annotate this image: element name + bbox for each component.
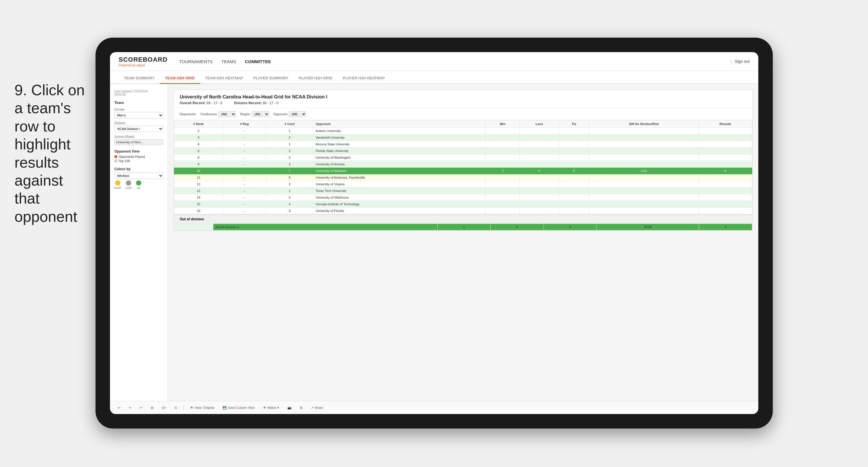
tab-team-h2h-grid[interactable]: TEAM H2H GRID [160,73,200,84]
table-cell [520,181,559,187]
view-original-btn[interactable]: 👁 View: Original [188,405,216,411]
tab-player-h2h-grid[interactable]: PLAYER H2H GRID [293,73,338,84]
table-row[interactable]: 12-3University of Virginia [174,181,752,187]
table-cell [589,187,699,194]
undo2-btn[interactable]: ↩ [138,405,145,411]
h2h-table: # Rank # Reg # Conf Opponent Win Loss Ti… [174,120,752,214]
radio-opponents-played[interactable]: Opponents Played [114,155,163,158]
table-cell: 14 [174,194,223,201]
table-cell: 11 [174,174,223,181]
legend-circle-level [126,180,131,185]
table-cell: Georgia Institute of Technology [313,201,486,208]
col-loss: Loss [520,120,559,128]
table-row[interactable]: 15-4Georgia Institute of Technology [174,201,752,208]
table-row[interactable]: 6-2Florida State University [174,148,752,154]
table-cell: - [223,141,266,148]
colour-by-title: Colour by [114,167,163,171]
table-cell [520,208,559,214]
table-cell [520,161,559,168]
tab-player-h2h-heatmap[interactable]: PLAYER H2H HEATMAP [338,73,390,84]
share-btn[interactable]: ↗ Share [309,405,325,411]
opponent-select[interactable]: (All) [289,111,306,117]
nav-committee[interactable]: COMMITTEE [245,58,271,65]
copy-btn[interactable]: ⊞ [149,405,155,411]
table-cell [486,128,520,134]
table-cell [699,174,752,181]
grid-title: University of North Carolina Head-to-Hea… [180,94,746,99]
table-row[interactable]: 8-2University of Washington [174,154,752,161]
watch-btn[interactable]: 👁 Watch ▾ [261,405,281,411]
tab-team-summary[interactable]: TEAM SUMMARY [119,73,160,84]
table-row[interactable]: 9-3University of Arizona [174,161,752,168]
table-cell [589,134,699,141]
clipboard-btn[interactable]: ⊡+ [160,405,168,411]
tablet-device: SCOREBOARD Powered by clippd TOURNAMENTS… [95,38,773,429]
out-div-empty [174,224,213,230]
redo-btn[interactable]: ↪ [127,405,133,411]
table-cell: 8 [699,168,752,174]
sidebar: Last Updated: 27/03/2024 16:55:38 Team G… [110,84,168,401]
col-opponent: Opponent [313,120,486,128]
table-cell [589,194,699,201]
clock-btn[interactable]: ⊙ [173,405,179,411]
table-cell: 1 [266,128,313,134]
table-cell [486,181,520,187]
grid-area: University of North Carolina Head-to-Hea… [168,84,758,401]
table-cell [559,128,589,134]
table-cell: Texas Tech University [313,187,486,194]
table-cell: 13 [174,187,223,194]
tab-team-h2h-heatmap[interactable]: TEAM H2H HEATMAP [200,73,248,84]
save-custom-btn[interactable]: 💾 Save Custom View [221,405,257,411]
colour-by-select[interactable]: Win/loss [114,173,163,179]
table-cell: 2 [266,148,313,154]
table-cell [699,194,752,201]
table-cell: 9 [174,161,223,168]
division-record: Division Record: 88 - 17 - 0 [234,101,278,105]
table-row[interactable]: 14-2University of Oklahoma [174,194,752,201]
table-row[interactable]: 2-1Auburn University [174,128,752,134]
undo-btn[interactable]: ↩ [116,405,122,411]
table-row[interactable]: 13-1Texas Tech University [174,187,752,194]
out-of-division-row[interactable]: NCAA Division II 1 0 0 26.00 3 [174,224,752,230]
table-row[interactable]: 11-6University of Arkansas, Fayetteville [174,174,752,181]
out-div-rounds: 3 [699,224,752,230]
table-row[interactable]: 4-1Arizona State University [174,141,752,148]
out-div-division: NCAA Division II [213,224,437,230]
table-cell [559,208,589,214]
camera-btn[interactable]: 📷 [285,405,293,411]
division-select[interactable]: NCAA Division I [114,126,163,132]
table-cell [520,187,559,194]
table-cell [520,148,559,154]
table-row[interactable]: 3-2Vanderbilt University [174,134,752,141]
gender-select[interactable]: Men's [114,112,163,118]
radio-top100[interactable]: Top 100 [114,159,163,163]
table-row[interactable]: 10-5University of Alabama3002.618 [174,168,752,174]
last-updated: Last Updated: 27/03/2024 16:55:38 [114,90,163,96]
table-cell: - [223,148,266,154]
table-cell [520,194,559,201]
table-cell: 5 [266,168,313,174]
table-cell [699,161,752,168]
tab-player-summary[interactable]: PLAYER SUMMARY [248,73,293,84]
table-cell [589,174,699,181]
table-cell [559,161,589,168]
table-cell [486,148,520,154]
table-cell [589,154,699,161]
nav-teams[interactable]: TEAMS [221,58,236,65]
table-cell: 8 [174,154,223,161]
region-select[interactable]: (All) [252,111,269,117]
table-cell [559,187,589,194]
table-cell [589,208,699,214]
nav-tournaments[interactable]: TOURNAMENTS [179,58,213,65]
table-cell [520,141,559,148]
legend-level: Level [125,180,132,189]
table-cell: - [223,134,266,141]
table-row[interactable]: 16-3University of Florida [174,208,752,214]
grid-btn[interactable]: ⊞ [298,405,305,411]
logo-area: SCOREBOARD Powered by clippd [119,56,167,67]
conference-select[interactable]: (All) [219,111,236,117]
sign-out-link[interactable]: Sign out [735,59,750,64]
share-icon: ↗ [311,406,313,410]
instruction-body: Click on a team's row to highlight resul… [14,82,85,225]
table-cell [589,128,699,134]
